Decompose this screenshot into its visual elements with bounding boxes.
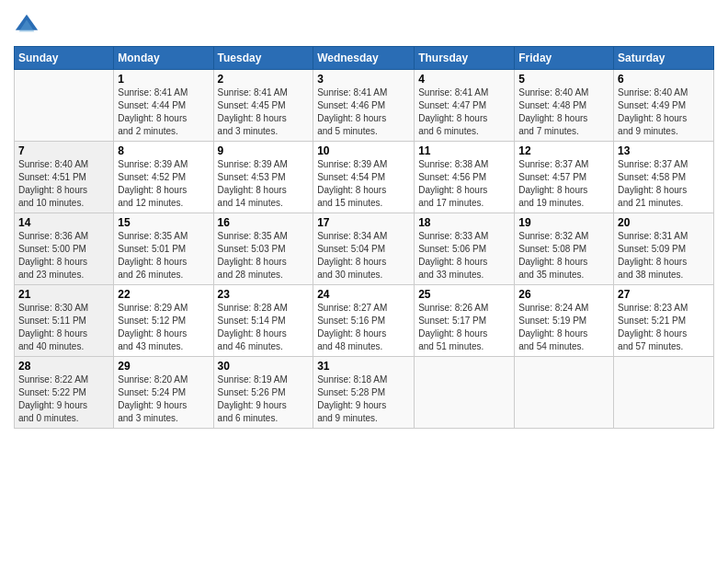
logo-icon <box>14 13 40 39</box>
day-number: 20 <box>618 216 710 229</box>
week-row-4: 28Sunrise: 8:22 AM Sunset: 5:22 PM Dayli… <box>15 357 714 429</box>
week-row-3: 21Sunrise: 8:30 AM Sunset: 5:11 PM Dayli… <box>15 285 714 357</box>
col-header-wednesday: Wednesday <box>313 47 415 70</box>
day-info: Sunrise: 8:41 AM Sunset: 4:44 PM Dayligh… <box>118 86 209 138</box>
header <box>14 9 714 39</box>
logo <box>14 13 43 39</box>
calendar-cell: 19Sunrise: 8:32 AM Sunset: 5:08 PM Dayli… <box>515 213 614 285</box>
day-number: 23 <box>218 288 310 301</box>
day-number: 13 <box>618 144 710 157</box>
day-number: 27 <box>618 288 710 301</box>
day-info: Sunrise: 8:36 AM Sunset: 5:00 PM Dayligh… <box>18 230 109 282</box>
col-header-friday: Friday <box>515 47 614 70</box>
day-info: Sunrise: 8:33 AM Sunset: 5:06 PM Dayligh… <box>418 230 510 282</box>
calendar-cell: 18Sunrise: 8:33 AM Sunset: 5:06 PM Dayli… <box>415 213 515 285</box>
day-info: Sunrise: 8:27 AM Sunset: 5:16 PM Dayligh… <box>317 302 410 353</box>
day-info: Sunrise: 8:41 AM Sunset: 4:46 PM Dayligh… <box>317 86 410 138</box>
calendar-cell: 31Sunrise: 8:18 AM Sunset: 5:28 PM Dayli… <box>313 357 415 429</box>
calendar-cell <box>415 357 515 429</box>
day-number: 6 <box>618 73 710 86</box>
day-info: Sunrise: 8:28 AM Sunset: 5:14 PM Dayligh… <box>218 302 310 353</box>
calendar-cell: 11Sunrise: 8:38 AM Sunset: 4:56 PM Dayli… <box>415 142 515 213</box>
day-info: Sunrise: 8:22 AM Sunset: 5:22 PM Dayligh… <box>18 373 109 425</box>
day-info: Sunrise: 8:30 AM Sunset: 5:11 PM Dayligh… <box>18 302 109 353</box>
calendar-cell <box>515 357 614 429</box>
day-number: 25 <box>418 288 510 301</box>
day-info: Sunrise: 8:39 AM Sunset: 4:54 PM Dayligh… <box>317 158 410 210</box>
day-info: Sunrise: 8:31 AM Sunset: 5:09 PM Dayligh… <box>618 230 710 282</box>
col-header-thursday: Thursday <box>415 47 515 70</box>
day-number: 16 <box>218 216 310 229</box>
day-number: 21 <box>18 288 109 301</box>
day-number: 24 <box>317 288 410 301</box>
col-header-tuesday: Tuesday <box>213 47 313 70</box>
col-header-sunday: Sunday <box>15 47 114 70</box>
day-info: Sunrise: 8:29 AM Sunset: 5:12 PM Dayligh… <box>118 302 209 353</box>
day-number: 15 <box>118 216 209 229</box>
day-number: 28 <box>18 360 109 373</box>
day-number: 3 <box>317 73 410 86</box>
calendar-cell: 15Sunrise: 8:35 AM Sunset: 5:01 PM Dayli… <box>114 213 213 285</box>
day-number: 30 <box>218 360 310 373</box>
day-info: Sunrise: 8:37 AM Sunset: 4:58 PM Dayligh… <box>618 158 710 210</box>
calendar-cell: 7Sunrise: 8:40 AM Sunset: 4:51 PM Daylig… <box>15 142 114 213</box>
day-number: 26 <box>518 288 609 301</box>
day-info: Sunrise: 8:23 AM Sunset: 5:21 PM Dayligh… <box>618 302 710 353</box>
calendar-cell: 24Sunrise: 8:27 AM Sunset: 5:16 PM Dayli… <box>313 285 415 357</box>
calendar-cell: 9Sunrise: 8:39 AM Sunset: 4:53 PM Daylig… <box>213 142 313 213</box>
calendar-cell: 14Sunrise: 8:36 AM Sunset: 5:00 PM Dayli… <box>15 213 114 285</box>
calendar-header: SundayMondayTuesdayWednesdayThursdayFrid… <box>15 47 714 70</box>
day-info: Sunrise: 8:37 AM Sunset: 4:57 PM Dayligh… <box>518 158 609 210</box>
day-info: Sunrise: 8:40 AM Sunset: 4:49 PM Dayligh… <box>618 86 710 138</box>
day-number: 11 <box>418 144 510 157</box>
calendar-cell: 28Sunrise: 8:22 AM Sunset: 5:22 PM Dayli… <box>15 357 114 429</box>
calendar-cell: 8Sunrise: 8:39 AM Sunset: 4:52 PM Daylig… <box>114 142 213 213</box>
calendar-cell: 30Sunrise: 8:19 AM Sunset: 5:26 PM Dayli… <box>213 357 313 429</box>
day-number: 8 <box>118 144 209 157</box>
calendar-cell: 27Sunrise: 8:23 AM Sunset: 5:21 PM Dayli… <box>614 285 714 357</box>
day-number: 10 <box>317 144 410 157</box>
day-number: 1 <box>118 73 209 86</box>
day-info: Sunrise: 8:24 AM Sunset: 5:19 PM Dayligh… <box>518 302 609 353</box>
day-number: 31 <box>317 360 410 373</box>
calendar-cell: 13Sunrise: 8:37 AM Sunset: 4:58 PM Dayli… <box>614 142 714 213</box>
calendar-body: 1Sunrise: 8:41 AM Sunset: 4:44 PM Daylig… <box>15 70 714 429</box>
day-info: Sunrise: 8:40 AM Sunset: 4:48 PM Dayligh… <box>518 86 609 138</box>
day-info: Sunrise: 8:35 AM Sunset: 5:01 PM Dayligh… <box>118 230 209 282</box>
day-number: 22 <box>118 288 209 301</box>
calendar-cell: 21Sunrise: 8:30 AM Sunset: 5:11 PM Dayli… <box>15 285 114 357</box>
week-row-1: 7Sunrise: 8:40 AM Sunset: 4:51 PM Daylig… <box>15 142 714 213</box>
day-info: Sunrise: 8:38 AM Sunset: 4:56 PM Dayligh… <box>418 158 510 210</box>
day-number: 17 <box>317 216 410 229</box>
day-number: 18 <box>418 216 510 229</box>
day-info: Sunrise: 8:32 AM Sunset: 5:08 PM Dayligh… <box>518 230 609 282</box>
day-info: Sunrise: 8:40 AM Sunset: 4:51 PM Dayligh… <box>18 158 109 210</box>
week-row-0: 1Sunrise: 8:41 AM Sunset: 4:44 PM Daylig… <box>15 70 714 142</box>
calendar-table: SundayMondayTuesdayWednesdayThursdayFrid… <box>14 46 714 429</box>
calendar-cell: 26Sunrise: 8:24 AM Sunset: 5:19 PM Dayli… <box>515 285 614 357</box>
day-number: 29 <box>118 360 209 373</box>
calendar-cell: 6Sunrise: 8:40 AM Sunset: 4:49 PM Daylig… <box>614 70 714 142</box>
header-row: SundayMondayTuesdayWednesdayThursdayFrid… <box>15 47 714 70</box>
calendar-cell: 10Sunrise: 8:39 AM Sunset: 4:54 PM Dayli… <box>313 142 415 213</box>
day-info: Sunrise: 8:19 AM Sunset: 5:26 PM Dayligh… <box>218 373 310 425</box>
day-info: Sunrise: 8:34 AM Sunset: 5:04 PM Dayligh… <box>317 230 410 282</box>
calendar-cell: 25Sunrise: 8:26 AM Sunset: 5:17 PM Dayli… <box>415 285 515 357</box>
day-info: Sunrise: 8:26 AM Sunset: 5:17 PM Dayligh… <box>418 302 510 353</box>
day-info: Sunrise: 8:41 AM Sunset: 4:47 PM Dayligh… <box>418 86 510 138</box>
day-info: Sunrise: 8:18 AM Sunset: 5:28 PM Dayligh… <box>317 373 410 425</box>
calendar-cell: 4Sunrise: 8:41 AM Sunset: 4:47 PM Daylig… <box>415 70 515 142</box>
week-row-2: 14Sunrise: 8:36 AM Sunset: 5:00 PM Dayli… <box>15 213 714 285</box>
calendar-cell: 20Sunrise: 8:31 AM Sunset: 5:09 PM Dayli… <box>614 213 714 285</box>
calendar-cell <box>15 70 114 142</box>
day-number: 7 <box>18 144 109 157</box>
calendar-cell: 22Sunrise: 8:29 AM Sunset: 5:12 PM Dayli… <box>114 285 213 357</box>
calendar-cell: 1Sunrise: 8:41 AM Sunset: 4:44 PM Daylig… <box>114 70 213 142</box>
day-number: 5 <box>518 73 609 86</box>
day-number: 12 <box>518 144 609 157</box>
day-number: 19 <box>518 216 609 229</box>
day-info: Sunrise: 8:20 AM Sunset: 5:24 PM Dayligh… <box>118 373 209 425</box>
calendar-cell: 12Sunrise: 8:37 AM Sunset: 4:57 PM Dayli… <box>515 142 614 213</box>
calendar-cell: 2Sunrise: 8:41 AM Sunset: 4:45 PM Daylig… <box>213 70 313 142</box>
day-info: Sunrise: 8:35 AM Sunset: 5:03 PM Dayligh… <box>218 230 310 282</box>
